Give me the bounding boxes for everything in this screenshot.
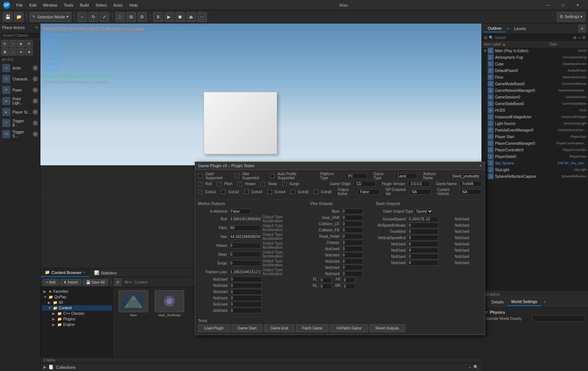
filter-nav-btn[interactable]: ◆: [25, 48, 33, 55]
outliner-search-input[interactable]: [495, 36, 571, 40]
pawn-info-btn[interactable]: ?: [33, 87, 38, 93]
actor-item-trigger-box[interactable]: T Trigger B... ?: [0, 118, 40, 129]
actor-item-point-light[interactable]: ● Point Ligh... ?: [0, 96, 40, 107]
vibe-supported-checkbox[interactable]: ✓: [235, 174, 239, 178]
menu-tools[interactable]: Tools: [61, 2, 76, 8]
game-start-btn[interactable]: Game Start: [232, 324, 263, 332]
filter-visual-btn[interactable]: ⚙: [25, 40, 33, 47]
tree-cpp-classes[interactable]: ▶ 📁 C++ Classes: [42, 311, 112, 316]
tree-content[interactable]: ▼ 📁 Content: [42, 305, 112, 311]
filter-all-btn[interactable]: ⊞: [1, 40, 8, 47]
maximize-button[interactable]: □: [556, 0, 570, 10]
extra3-checkbox[interactable]: [244, 190, 249, 194]
menu-help[interactable]: Help: [126, 2, 141, 8]
trigger-box-info-btn[interactable]: ?: [33, 120, 38, 126]
play-btn[interactable]: ▶: [164, 12, 174, 22]
tree-plugins[interactable]: ▶ 📁 Plugins: [42, 316, 112, 322]
collections-bar[interactable]: ▶ 📑 Collections + 🔍: [40, 363, 481, 371]
menu-file[interactable]: File: [13, 2, 26, 8]
tree-favorites[interactable]: ▶ ★ Favorites: [42, 289, 112, 294]
tab-content-browser[interactable]: 📁 Content Browser ×: [40, 269, 90, 277]
toolbar-scale-btn[interactable]: ⤢: [100, 12, 109, 22]
file-main-builtdata[interactable]: Main_BuiltData: [153, 290, 186, 317]
outliner-item-playercontroller[interactable]: C PlayerController0 PlayerController: [482, 147, 588, 153]
outliner-item-gamenetwork[interactable]: G GameNetworkManager0 GameNetworkMa...: [482, 87, 588, 94]
outliner-item-floor[interactable]: F Floor StaticMeshActor: [482, 74, 588, 80]
outliner-item-atmospheric-fog[interactable]: F Atmospheric Fog AtmosphericFog: [482, 54, 588, 61]
unpatch-game-btn[interactable]: UnPatch Game: [330, 324, 368, 332]
override-gravity-input[interactable]: [532, 315, 585, 322]
menu-edit[interactable]: Edit: [26, 2, 39, 8]
outliner-item-playercamera[interactable]: C PlayerCameraManager0 PlayerCameraMan..…: [482, 140, 588, 147]
outliner-item-sky-sphere[interactable]: S Sky Sphere Edit BP_Sky_Sph...: [482, 160, 588, 166]
tree-all[interactable]: ▶ 📁 All: [42, 300, 112, 305]
tree-quplay[interactable]: ▼ 📁 QuPlay: [42, 294, 112, 300]
search-classes-input[interactable]: [0, 32, 40, 39]
actor-info-btn[interactable]: ?: [33, 65, 38, 71]
sway-checkbox[interactable]: ✓: [261, 182, 265, 186]
physics-section-header[interactable]: ▼ Physics: [484, 309, 585, 315]
world-settings-close-btn[interactable]: ×: [542, 299, 548, 305]
outliner-item-particle[interactable]: P ParticleEventManager0 ParticleEventMan…: [482, 127, 588, 133]
stop-btn[interactable]: ⏹: [175, 12, 185, 22]
patch-game-btn[interactable]: Patch Game: [296, 324, 329, 332]
file-main[interactable]: Main: [117, 290, 150, 317]
place-actors-close-btn[interactable]: ×: [35, 25, 38, 30]
extra4-checkbox[interactable]: [268, 190, 272, 194]
outliner-item-gamemodebase[interactable]: G GameModeBase0 GameModeBase: [482, 80, 588, 87]
outliner-item-cube[interactable]: C Cube StaticMeshActor: [482, 61, 588, 67]
extra2-checkbox[interactable]: [221, 190, 226, 194]
filter-actors-btn[interactable]: ▣: [1, 48, 8, 55]
toolbar-rotate-btn[interactable]: ↻: [89, 12, 98, 22]
outliner-item-world[interactable]: ▼ W Main (Play In Editor) World: [482, 47, 588, 54]
heave-checkbox[interactable]: ✓: [237, 182, 242, 186]
trigger-sphere-info-btn[interactable]: ?: [33, 132, 38, 137]
eject-btn[interactable]: ⏏: [186, 12, 196, 22]
outliner-item-foliage[interactable]: I InstancedFoliageActor InstancedFoliage: [482, 114, 588, 120]
tab-details[interactable]: Details: [488, 298, 508, 306]
reset-outputs-btn[interactable]: Reset Outputs: [369, 324, 405, 332]
filter-sounds-btn[interactable]: ♪: [9, 48, 17, 55]
outliner-item-sphere-reflect[interactable]: R SphereReflectionCapture SphereReflecti…: [482, 173, 588, 180]
minimize-button[interactable]: ─: [541, 0, 556, 10]
actor-item-actor[interactable]: A Actor ?: [0, 62, 40, 73]
outliner-add-icon[interactable]: +: [578, 36, 581, 40]
dash-supported-checkbox[interactable]: [198, 174, 202, 178]
outliner-item-playerstart[interactable]: P Player Start PlayerStart: [482, 133, 588, 140]
actor-item-character[interactable]: C Characte... ?: [0, 73, 40, 84]
save-all-button[interactable]: 💾 Save All: [83, 279, 108, 285]
menu-window[interactable]: Window: [40, 2, 60, 8]
play-pause-btn[interactable]: ⏸: [153, 12, 163, 22]
tab-outliner[interactable]: Outliner: [484, 25, 506, 32]
extra6-checkbox[interactable]: [314, 190, 318, 194]
toolbar-save-btn[interactable]: 💾: [3, 12, 12, 22]
extra5-checkbox[interactable]: [291, 190, 295, 194]
actor-item-trigger-sphere[interactable]: TS Trigger S... ?: [0, 129, 40, 140]
toolbar-dots-btn[interactable]: ⋯: [197, 12, 207, 22]
auto-profile-checkbox[interactable]: [270, 174, 275, 178]
filter-lights-btn[interactable]: ◉: [17, 40, 25, 47]
settings-btn[interactable]: ⚙ Settings ▾: [557, 12, 585, 22]
outliner-eye-icon[interactable]: 👁: [573, 36, 577, 40]
toolbar-snap-btn[interactable]: ⊞: [126, 12, 136, 22]
menu-actor[interactable]: Actor: [111, 2, 126, 8]
menu-select[interactable]: Select: [93, 2, 110, 8]
content-browser-tab-close[interactable]: ×: [83, 270, 85, 274]
actor-item-pawn[interactable]: P Pawn ?: [0, 84, 40, 96]
tree-engine[interactable]: ▶ 📁 Engine: [42, 322, 112, 327]
toolbar-camera-btn[interactable]: 🎥: [115, 12, 125, 22]
dash-output-type-select[interactable]: Speed: [415, 209, 433, 214]
plugin-dialog-close-btn[interactable]: ×: [480, 163, 482, 168]
outliner-item-lightsource[interactable]: L Light Source DirectionalLight: [482, 120, 588, 127]
toolbar-browse-btn[interactable]: 📁: [14, 12, 24, 22]
outliner-item-hud[interactable]: H HUD0 HUD: [482, 107, 588, 114]
outliner-settings-icon[interactable]: ⚙: [582, 35, 586, 40]
tab-levels[interactable]: Levels: [510, 25, 530, 32]
outliner-item-defaultpawn[interactable]: P DefaultPawn0 DefaultPawn: [482, 67, 588, 74]
collections-search-icon[interactable]: 🔍: [473, 365, 478, 370]
import-button[interactable]: ⬆ Import: [60, 279, 81, 285]
outliner-tab-close[interactable]: ×: [507, 27, 509, 31]
actor-item-player-start[interactable]: ► Player St... ?: [0, 107, 40, 118]
point-light-info-btn[interactable]: ?: [33, 98, 38, 104]
extra1-checkbox[interactable]: ✓: [198, 190, 202, 194]
